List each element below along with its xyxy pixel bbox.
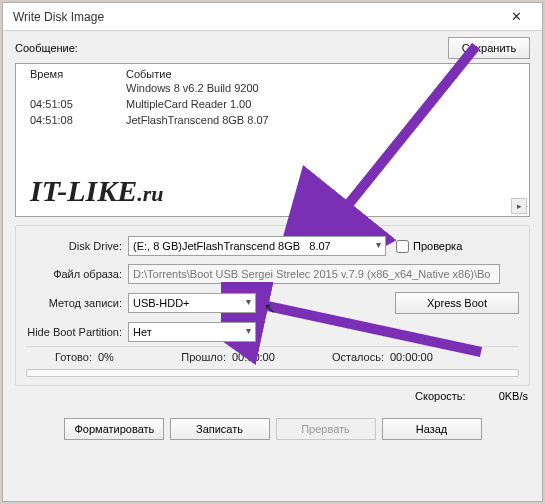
abort-button: Прервать (276, 418, 376, 440)
disk-drive-select[interactable] (128, 236, 386, 256)
message-label: Сообщение: (15, 42, 448, 54)
log-panel: Время Событие Windows 8 v6.2 Build 9200 … (15, 63, 530, 217)
dialog-window: Write Disk Image ✕ Сообщение: Сохранить … (2, 2, 543, 502)
image-file-label: Файл образа: (26, 268, 128, 280)
watermark-logo: IT-LIKE.ru (30, 174, 164, 208)
mouse-cursor-icon: ↖ (264, 300, 276, 316)
format-button[interactable]: Форматировать (64, 418, 164, 440)
disk-drive-label: Disk Drive: (26, 240, 128, 252)
progress-section: Готово: 0% Прошло: 00:00:00 Осталось: 00… (26, 351, 519, 377)
write-button[interactable]: Записать (170, 418, 270, 440)
image-file-field[interactable] (128, 264, 500, 284)
hide-boot-select[interactable] (128, 322, 256, 342)
titlebar: Write Disk Image ✕ (3, 3, 542, 31)
speed-value: 0KB/s (499, 390, 528, 402)
log-col-event: Событие (126, 68, 523, 80)
log-row: 04:51:05 MultipleCard Reader 1.00 (30, 98, 523, 114)
window-title: Write Disk Image (13, 10, 496, 24)
progress-bar (26, 369, 519, 377)
speed-row: Скорость: 0KB/s (15, 386, 530, 410)
remain-label: Осталось: (310, 351, 390, 363)
options-frame: Disk Drive: Проверка Файл образа: Мет (15, 225, 530, 386)
elapsed-label: Прошло: (154, 351, 232, 363)
back-button[interactable]: Назад (382, 418, 482, 440)
done-value: 0% (98, 351, 154, 363)
done-label: Готово: (26, 351, 98, 363)
log-row: Windows 8 v6.2 Build 9200 (30, 82, 523, 98)
hide-boot-label: Hide Boot Partition: (26, 326, 128, 338)
log-row: 04:51:08 JetFlashTranscend 8GB 8.07 (30, 114, 523, 130)
elapsed-value: 00:00:00 (232, 351, 310, 363)
log-col-time: Время (30, 68, 126, 80)
close-icon[interactable]: ✕ (496, 6, 536, 28)
save-button[interactable]: Сохранить (448, 37, 530, 59)
remain-value: 00:00:00 (390, 351, 450, 363)
write-method-select[interactable] (128, 293, 256, 313)
verify-checkbox[interactable]: Проверка (396, 240, 462, 253)
speed-label: Скорость: (415, 390, 466, 402)
scroll-right-icon[interactable]: ▸ (511, 198, 527, 214)
write-method-label: Метод записи: (26, 297, 128, 309)
footer-buttons: Форматировать Записать Прервать Назад (15, 418, 530, 440)
xpress-boot-button[interactable]: Xpress Boot (395, 292, 519, 314)
verify-checkbox-input[interactable] (396, 240, 409, 253)
